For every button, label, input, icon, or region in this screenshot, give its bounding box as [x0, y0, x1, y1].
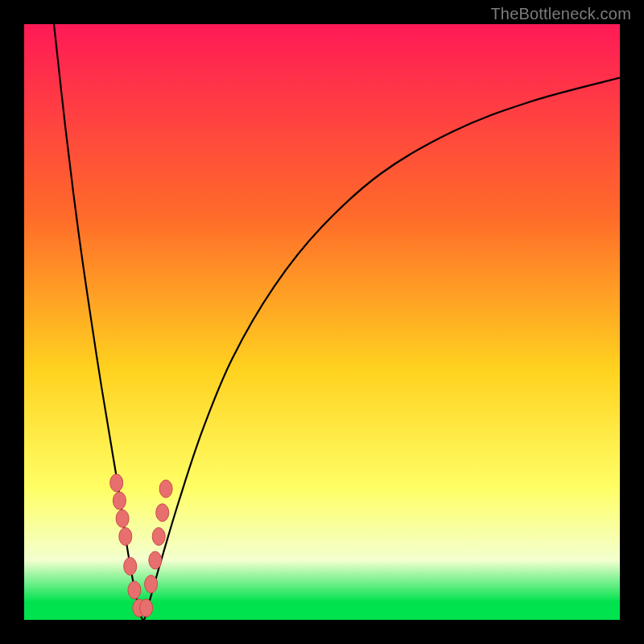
bottleneck-curve [54, 24, 620, 620]
curve-marker [145, 576, 158, 593]
curve-marker [152, 527, 165, 545]
curve-marker [124, 557, 137, 575]
curve-marker [156, 504, 169, 522]
curve-marker [128, 581, 141, 599]
curve-marker [110, 474, 123, 492]
curve-marker [119, 527, 132, 545]
chart-svg [24, 24, 620, 620]
curve-marker [113, 492, 126, 510]
curve-marker [159, 480, 172, 497]
watermark-text: TheBottleneck.com [490, 5, 631, 23]
curve-marker [140, 599, 153, 617]
chart-frame: TheBottleneck.com [0, 0, 644, 644]
plot-area [24, 24, 620, 620]
curve-marker [116, 510, 129, 527]
curve-marker [149, 551, 162, 569]
marker-group [110, 474, 172, 617]
